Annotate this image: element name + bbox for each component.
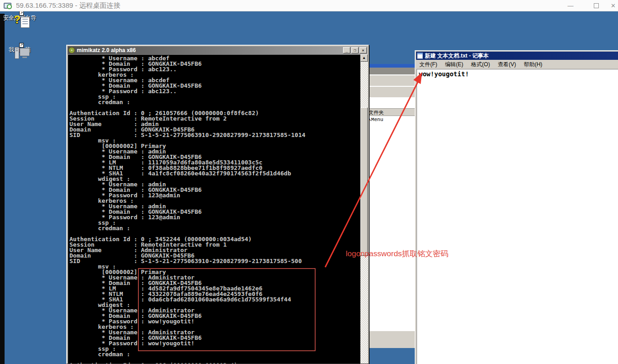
background-window-edge [0,14,5,364]
annotation-text: logonpasswords抓取铭文密码 [346,248,449,259]
close-button[interactable]: ✕ [609,0,618,11]
scroll-up-arrow-icon[interactable]: ▲ [360,54,368,62]
maximize-button[interactable] [583,0,609,11]
notepad-edit-area[interactable]: wow!yougotit! [417,69,618,364]
explorer-window-partial: 文件夹 \Menu [365,64,416,348]
rdp-session-screen: 59.63.166.75:3389 - 远程桌面连接 — ✕ ? ↗ 安全配置向… [0,0,618,364]
mimikatz-titlebar[interactable]: mimikatz 2.0 alpha x86 _ ❐ ✕ [68,46,368,54]
menu-help[interactable]: 帮助(H) [524,61,543,69]
console-text: * Username : abcdef * Domain : GONGKAIK-… [69,56,306,364]
scrollbar-thumb[interactable] [360,107,368,256]
explorer-statusbar [366,331,416,343]
console-output: * Username : abcdef * Domain : GONGKAIK-… [68,54,360,364]
my-computer-icon [20,48,30,56]
mimikatz-title: mimikatz 2.0 alpha x86 [77,47,136,53]
explorer-menubar [366,68,416,75]
explorer-titlebar [366,64,416,68]
close-button[interactable]: ✕ [359,47,367,53]
maximize-icon [594,3,599,8]
minimize-button[interactable]: — [558,0,583,11]
security-wizard-icon [21,17,30,28]
menu-format[interactable]: 格式(O) [471,61,490,69]
notepad-text: wow!yougotit! [419,70,618,78]
notepad-title: 新建 文本文档.txt - 记事本 [425,52,489,60]
explorer-folders-header: 文件夹 [366,109,416,116]
explorer-toolbar [366,75,416,86]
explorer-toolbar [366,86,416,98]
desktop-icon-security-wizard[interactable]: ? ↗ 安全配置向导 [0,15,39,21]
notepad-icon [417,53,423,59]
menu-view[interactable]: 查看(V) [498,61,516,69]
desktop-icon-my-computer[interactable]: ↗ 我的电脑 [0,47,39,53]
menu-file[interactable]: 文件(F) [419,61,437,69]
shortcut-arrow-icon: ↗ [19,11,24,16]
explorer-address-bar[interactable] [366,98,416,109]
restore-button[interactable]: ❐ [351,47,359,53]
mimikatz-window: mimikatz 2.0 alpha x86 _ ❐ ✕ * Username … [66,45,369,364]
mimikatz-kiwi-icon [69,47,75,53]
remote-desktop-icon [4,3,11,9]
rdp-titlebar: 59.63.166.75:3389 - 远程桌面连接 — ✕ [0,0,618,11]
notepad-menubar: 文件(F) 编辑(E) 格式(O) 查看(V) 帮助(H) [416,60,618,69]
shortcut-arrow-icon: ↗ [19,43,24,47]
explorer-folder-tree: \Menu [366,116,416,331]
console-scrollbar[interactable]: ▲ [360,54,368,364]
notepad-titlebar[interactable]: 新建 文本文档.txt - 记事本 [416,52,618,60]
tree-item-menu[interactable]: \Menu [368,117,383,122]
minimize-button[interactable]: _ [343,47,350,53]
notepad-window: 新建 文本文档.txt - 记事本 文件(F) 编辑(E) 格式(O) 查看(V… [415,50,618,364]
rdp-title: 59.63.166.75:3389 - 远程桌面连接 [16,1,120,10]
menu-edit[interactable]: 编辑(E) [445,61,463,69]
